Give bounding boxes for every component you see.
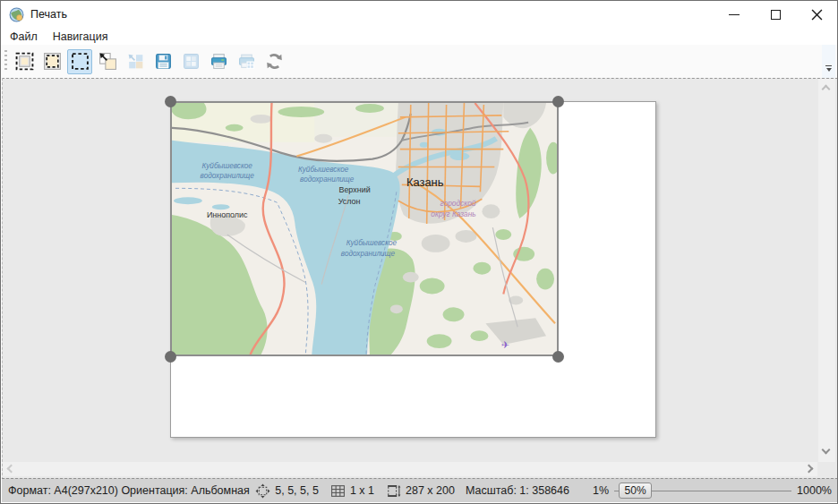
resize-handle-bottom-right[interactable] (552, 351, 564, 363)
page-size-icon (386, 483, 401, 499)
print-button[interactable] (206, 49, 231, 74)
zoom-value: 50% (625, 484, 646, 497)
maximize-button[interactable] (755, 1, 796, 28)
map-preview-image: Куйбышевское водохранилище Куйбышевское … (172, 103, 557, 355)
format-status: Формат: A4(297x210) Ориентация: Альбомна… (8, 484, 250, 497)
reservoir-label: Куйбышевское (298, 166, 349, 174)
scroll-right-icon[interactable] (805, 465, 814, 474)
resize-handle-top-left[interactable] (165, 96, 176, 107)
save-icon (154, 52, 173, 71)
reservoir-label: Куйбышевское (202, 162, 253, 170)
save-tiles-button (178, 49, 203, 74)
save-tiles-icon (182, 52, 201, 71)
reservoir-label: Куйбышевское (346, 239, 398, 247)
refresh-icon (265, 52, 284, 71)
resize-handle-bottom-left[interactable] (165, 351, 176, 363)
map-region[interactable]: Куйбышевское водохранилище Куйбышевское … (170, 101, 559, 356)
region-page-icon (15, 52, 34, 71)
zoom-control: 1% 50% 1000% (593, 482, 832, 500)
uslon-label: Верхний (338, 185, 370, 194)
select-region-icon (71, 52, 90, 71)
resize-region-icon (98, 52, 117, 71)
menu-bar: Файл Навигация (1, 28, 837, 45)
menu-file[interactable]: Файл (10, 30, 38, 43)
menu-navigation[interactable]: Навигация (53, 30, 108, 43)
resize-region-button[interactable] (95, 49, 120, 74)
print-icon (210, 52, 228, 71)
svg-text:водохранилище: водохранилище (341, 250, 396, 258)
scale-status: Масштаб: 1: 358646 (466, 484, 569, 497)
svg-text:округ Казань: округ Казань (431, 209, 475, 218)
overflow-icon (825, 65, 832, 66)
minimize-button[interactable] (714, 1, 755, 28)
horizontal-scrollbar[interactable] (3, 462, 817, 476)
scroll-down-icon[interactable] (822, 446, 831, 455)
svg-text:водохранилище: водохранилище (201, 172, 255, 180)
vertical-scrollbar[interactable] (818, 79, 835, 462)
close-button[interactable] (796, 1, 837, 28)
grid-icon (330, 483, 346, 499)
region-extent-icon (43, 52, 62, 71)
scroll-left-icon[interactable] (7, 465, 16, 474)
toolbar-gripper[interactable] (4, 50, 7, 73)
district-label: городской (440, 199, 476, 208)
airplane-icon: ✈ (501, 339, 509, 350)
toolbar-overflow-button[interactable] (822, 45, 835, 78)
zoom-slider-thumb[interactable]: 50% (619, 483, 652, 499)
maximize-icon (771, 10, 781, 20)
svg-text:водохранилище: водохранилище (300, 175, 355, 184)
kazan-label: Казань (406, 175, 444, 189)
save-button[interactable] (150, 49, 175, 74)
grid-status: 1 x 1 (330, 483, 374, 499)
scroll-up-icon[interactable] (822, 85, 831, 94)
zoom-slider[interactable]: 50% (614, 482, 791, 500)
minimize-icon (729, 14, 740, 15)
print-tiles-button (234, 49, 259, 74)
toolbar (1, 45, 837, 78)
zoom-min-label: 1% (593, 484, 609, 497)
select-region-button[interactable] (67, 49, 92, 74)
region-page-button[interactable] (12, 49, 37, 74)
svg-text:Услон: Услон (338, 197, 361, 206)
refresh-button[interactable] (261, 49, 286, 74)
title-bar: Печать (1, 1, 837, 28)
print-window: Печать Файл Навигация (0, 0, 838, 504)
resize-handle-top-right[interactable] (552, 96, 564, 107)
margins-status: 5, 5, 5, 5 (255, 483, 319, 499)
move-region-icon (126, 52, 145, 71)
zoom-max-label: 1000% (797, 484, 832, 497)
innopolis-label: Иннополис (207, 210, 248, 219)
margins-icon (255, 483, 270, 499)
region-extent-button[interactable] (39, 49, 64, 74)
window-title: Печать (30, 8, 67, 21)
move-region-button (123, 49, 148, 74)
close-icon (811, 9, 823, 21)
print-tiles-icon (237, 52, 256, 71)
region-size-status: 287 x 200 (386, 483, 455, 499)
status-bar: Формат: A4(297x210) Ориентация: Альбомна… (2, 478, 838, 502)
globe-icon (9, 7, 24, 22)
